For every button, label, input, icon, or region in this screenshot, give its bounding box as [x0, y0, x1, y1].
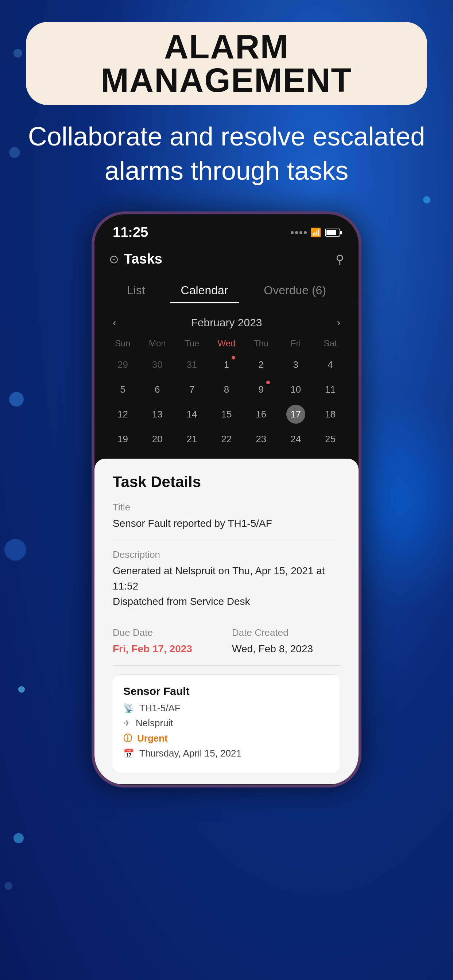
day-20[interactable]: 20	[140, 426, 175, 451]
app-nav: ⊙ Tasks ⚲	[94, 244, 359, 274]
due-date-label: Due Date	[113, 627, 221, 638]
day-18[interactable]: 18	[313, 402, 348, 426]
sensor-card-title: Sensor Fault	[123, 685, 330, 697]
sensor-priority-row: ⓘ Urgent	[123, 732, 330, 744]
calendar-month: February 2023	[191, 317, 262, 329]
panel-title: Task Details	[113, 473, 340, 491]
description-label: Description	[113, 549, 340, 560]
priority-icon: ⓘ	[123, 732, 132, 744]
dates-row: Due Date Fri, Feb 17, 2023 Date Created …	[113, 627, 340, 666]
top-banner: ALARM MANAGEMENT Collaborate and resolve…	[26, 22, 427, 188]
search-icon[interactable]: ⚲	[335, 252, 344, 266]
sensor-date-row: 📅 Thursday, April 15, 2021	[123, 748, 330, 759]
date-created-label: Date Created	[232, 627, 340, 638]
day-header-mon: Mon	[140, 335, 175, 352]
sensor-priority: Urgent	[137, 733, 168, 744]
calendar: ‹ February 2023 › Sun Mon Tue Wed Thu Fr…	[94, 303, 359, 459]
phone-frame: 11:25 📶 ⊙ Tasks ⚲	[91, 212, 362, 788]
title-label: Title	[113, 502, 340, 513]
day-30[interactable]: 30	[140, 352, 175, 377]
day-14[interactable]: 14	[175, 402, 209, 426]
status-time: 11:25	[113, 224, 148, 240]
day-header-fri: Fri	[278, 335, 313, 352]
status-bar: 11:25 📶	[94, 215, 359, 244]
sensor-date: Thursday, April 15, 2021	[139, 748, 241, 759]
sensor-card: Sensor Fault 📡 TH1-5/AF ✈ Nelspruit ⓘ Ur…	[113, 675, 340, 773]
sensor-location: Nelspruit	[136, 718, 173, 729]
day-header-tue: Tue	[175, 335, 209, 352]
nav-left: ⊙ Tasks	[109, 251, 162, 267]
battery-icon	[325, 229, 340, 237]
tabs-bar: List Calendar Overdue (6)	[94, 274, 359, 303]
day-25[interactable]: 25	[313, 426, 348, 451]
sensor-device-row: 📡 TH1-5/AF	[123, 703, 330, 714]
location-icon: ✈	[123, 718, 131, 729]
date-created-col: Date Created Wed, Feb 8, 2023	[232, 627, 340, 657]
banner-title-box: ALARM MANAGEMENT	[26, 22, 427, 105]
day-16[interactable]: 16	[244, 402, 278, 426]
tab-list[interactable]: List	[116, 278, 156, 303]
compass-icon: ⊙	[109, 252, 119, 266]
day-header-wed: Wed	[209, 335, 244, 352]
day-3[interactable]: 3	[278, 352, 313, 377]
day-7[interactable]: 7	[175, 377, 209, 402]
sensor-device: TH1-5/AF	[139, 703, 180, 714]
tab-calendar[interactable]: Calendar	[170, 278, 239, 303]
calendar-header: ‹ February 2023 ›	[105, 310, 348, 335]
due-date-value: Fri, Feb 17, 2023	[113, 641, 221, 657]
day-21[interactable]: 21	[175, 426, 209, 451]
day-6[interactable]: 6	[140, 377, 175, 402]
day-19[interactable]: 19	[105, 426, 140, 451]
device-icon: 📡	[123, 703, 134, 713]
banner-title: ALARM MANAGEMENT	[55, 30, 398, 97]
calendar-icon: 📅	[123, 748, 134, 759]
day-22[interactable]: 22	[209, 426, 244, 451]
day-10[interactable]: 10	[278, 377, 313, 402]
due-date-col: Due Date Fri, Feb 17, 2023	[113, 627, 221, 657]
day-header-sun: Sun	[105, 335, 140, 352]
app-screen: ⊙ Tasks ⚲ List Calendar Overdue (6) ‹ Fe…	[94, 244, 359, 785]
prev-month-button[interactable]: ‹	[113, 317, 116, 328]
view-task-button[interactable]: View Task	[113, 784, 340, 785]
signal-icon	[291, 231, 307, 234]
app-title: Tasks	[124, 251, 162, 267]
day-1[interactable]: 1	[209, 352, 244, 377]
day-13[interactable]: 13	[140, 402, 175, 426]
wifi-icon: 📶	[310, 228, 321, 238]
date-created-value: Wed, Feb 8, 2023	[232, 641, 340, 657]
day-17[interactable]: 17	[278, 402, 313, 426]
title-field: Title Sensor Fault reported by TH1-5/AF	[113, 502, 340, 540]
day-4[interactable]: 4	[313, 352, 348, 377]
day-11[interactable]: 11	[313, 377, 348, 402]
task-details-panel: Task Details Title Sensor Fault reported…	[94, 459, 359, 785]
banner-subtitle: Collaborate and resolve escalated alarms…	[26, 119, 427, 188]
sensor-location-row: ✈ Nelspruit	[123, 718, 330, 729]
day-header-thu: Thu	[244, 335, 278, 352]
day-31[interactable]: 31	[175, 352, 209, 377]
tab-overdue[interactable]: Overdue (6)	[253, 278, 337, 303]
day-23[interactable]: 23	[244, 426, 278, 451]
day-8[interactable]: 8	[209, 377, 244, 402]
status-icons: 📶	[291, 228, 340, 238]
day-header-sat: Sat	[313, 335, 348, 352]
next-month-button[interactable]: ›	[337, 317, 340, 328]
day-29[interactable]: 29	[105, 352, 140, 377]
day-24[interactable]: 24	[278, 426, 313, 451]
title-value: Sensor Fault reported by TH1-5/AF	[113, 516, 340, 531]
day-2[interactable]: 2	[244, 352, 278, 377]
description-value: Generated at Nelspruit on Thu, Apr 15, 2…	[113, 563, 340, 609]
calendar-grid: Sun Mon Tue Wed Thu Fri Sat 29 30 31 1 2	[105, 335, 348, 451]
day-5[interactable]: 5	[105, 377, 140, 402]
description-field: Description Generated at Nelspruit on Th…	[113, 549, 340, 618]
day-9[interactable]: 9	[244, 377, 278, 402]
day-15[interactable]: 15	[209, 402, 244, 426]
day-12[interactable]: 12	[105, 402, 140, 426]
